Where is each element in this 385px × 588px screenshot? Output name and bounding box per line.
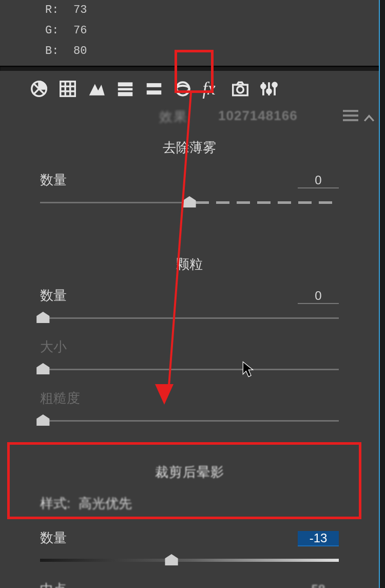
- slider-thumb[interactable]: [36, 363, 50, 374]
- camera-calibration-tab-icon[interactable]: [230, 79, 251, 99]
- grain-amount-row: 数量 0: [40, 287, 339, 308]
- rgb-g-value: 76: [73, 21, 87, 41]
- cursor-pointer-icon: [241, 361, 255, 378]
- vignette-amount-row: 数量 -13: [40, 529, 339, 551]
- vignette-amount-value[interactable]: -13: [298, 531, 339, 546]
- rgb-r-label: R:: [45, 0, 73, 21]
- rgb-g-row: G: 76: [45, 21, 379, 41]
- rgb-r-row: R: 73: [45, 0, 379, 21]
- slider-track: [40, 420, 339, 422]
- svg-rect-6: [147, 90, 162, 94]
- svg-rect-5: [147, 83, 162, 87]
- slider-track: [40, 559, 339, 562]
- grain-amount-slider[interactable]: [40, 308, 339, 326]
- grain-size-label: 大小: [40, 338, 67, 356]
- vignette-title: 裁剪后晕影: [40, 441, 339, 495]
- slider-track-left: [40, 202, 192, 203]
- vignette-midpoint-value[interactable]: 58: [298, 582, 339, 588]
- panel-title: 效果: [159, 108, 188, 126]
- annotation-arrow-head: [155, 384, 174, 405]
- grain-title: 颗粒: [40, 253, 339, 287]
- grain-size-slider[interactable]: [40, 359, 339, 377]
- grain-roughness-label: 粗糙度: [40, 389, 80, 407]
- vignette-amount-label: 数量: [40, 529, 67, 547]
- dehaze-amount-value[interactable]: 0: [298, 173, 339, 188]
- svg-rect-3: [118, 88, 133, 90]
- rgb-b-row: B: 80: [45, 41, 379, 62]
- grain-amount-label: 数量: [40, 287, 67, 305]
- split-toning-tab-icon[interactable]: [144, 79, 164, 99]
- vignette-section: 裁剪后晕影 样式: 高光优先 数量 -13 中点 58 圆度 0: [0, 441, 379, 588]
- grain-section: 颗粒 数量 0 大小 粗糙度: [0, 253, 379, 428]
- svg-text:fx: fx: [203, 79, 216, 99]
- slider-thumb[interactable]: [182, 196, 197, 207]
- watermark-text: 1027148166: [218, 108, 298, 124]
- collapse-chevron-icon[interactable]: [363, 114, 375, 123]
- dehaze-amount-row: 数量 0: [40, 171, 339, 193]
- slider-thumb[interactable]: [36, 414, 50, 426]
- slider-track: [40, 369, 339, 370]
- vignette-midpoint-label: 中点: [40, 580, 67, 588]
- slider-thumb[interactable]: [36, 312, 50, 323]
- rgb-r-value: 73: [73, 0, 87, 21]
- slider-thumb[interactable]: [164, 554, 179, 565]
- dehaze-amount-label: 数量: [40, 171, 67, 189]
- svg-rect-1: [61, 82, 75, 97]
- panel-menu-icon[interactable]: [343, 110, 358, 121]
- basic-tab-icon[interactable]: [29, 79, 49, 99]
- svg-rect-4: [118, 92, 133, 96]
- effects-tab-icon[interactable]: fx: [201, 79, 222, 99]
- grain-size-row: 大小: [40, 338, 339, 359]
- svg-point-11: [237, 86, 244, 93]
- tone-curve-tab-icon[interactable]: [57, 79, 78, 99]
- svg-point-14: [273, 83, 277, 87]
- dehaze-title: 去除薄雾: [40, 129, 339, 171]
- dehaze-section: 去除薄雾 数量 0: [0, 129, 379, 210]
- grain-roughness-slider[interactable]: [40, 411, 339, 428]
- vignette-amount-slider[interactable]: [40, 551, 339, 568]
- rgb-readout: R: 73 G: 76 B: 80: [0, 0, 379, 62]
- panel-divider: [0, 66, 379, 71]
- window-right-edge: [379, 0, 385, 588]
- svg-point-8: [176, 86, 189, 92]
- rgb-b-label: B:: [45, 41, 73, 62]
- grain-amount-value[interactable]: 0: [298, 289, 339, 304]
- hsl-tab-icon[interactable]: [115, 79, 136, 99]
- detail-tab-icon[interactable]: [86, 79, 107, 99]
- vignette-style-row: 样式: 高光优先: [40, 495, 339, 513]
- slider-track: [40, 317, 339, 319]
- slider-track-right: [196, 201, 339, 204]
- vignette-style-label: 样式:: [40, 495, 70, 513]
- svg-point-7: [176, 82, 189, 95]
- rgb-g-label: G:: [45, 21, 73, 41]
- presets-tab-icon[interactable]: [259, 79, 279, 99]
- svg-rect-2: [118, 82, 133, 86]
- rgb-b-value: 80: [73, 41, 87, 62]
- svg-point-12: [261, 84, 265, 88]
- svg-point-13: [267, 89, 271, 93]
- dehaze-amount-slider[interactable]: [40, 193, 339, 210]
- effects-panel: R: 73 G: 76 B: 80 fx: [0, 0, 379, 588]
- vignette-style-value[interactable]: 高光优先: [79, 495, 132, 513]
- vignette-midpoint-row: 中点 58: [40, 580, 339, 588]
- grain-roughness-row: 粗糙度: [40, 389, 339, 411]
